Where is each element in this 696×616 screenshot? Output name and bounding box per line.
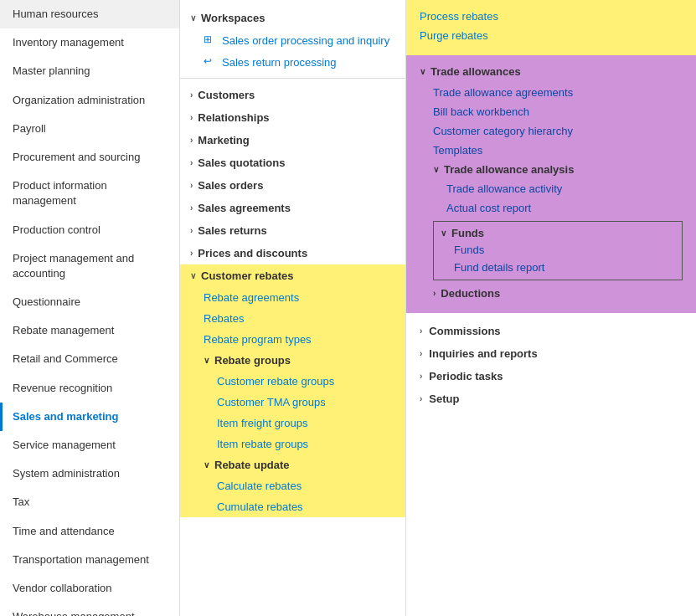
funds-box: ∨FundsFundsFund details report [433,221,683,280]
ta-item-2[interactable]: Customer category hierarchy [420,121,683,141]
sidebar-item-payroll[interactable]: Payroll [0,115,179,143]
sidebar-item-organization-administration[interactable]: Organization administration [0,86,179,115]
deductions-header[interactable]: ›Deductions [420,284,683,303]
sidebar-item-system-administration[interactable]: System administration [0,459,179,488]
workspaces-chevron: ∨ [190,13,196,23]
rebate-groups-header[interactable]: ∨Rebate groups [180,350,405,371]
sidebar-item-project-management-and-accounting[interactable]: Project management and accounting [0,244,179,288]
middle-section-relationships[interactable]: ›Relationships [180,106,405,129]
sidebar-item-warehouse-management[interactable]: Warehouse management [0,603,179,616]
middle-section-sales-orders[interactable]: ›Sales orders [180,174,405,197]
right-section-setup[interactable]: ›Setup [420,388,683,410]
cr-item-2[interactable]: Rebate program types [180,329,405,350]
sidebar-item-human-resources[interactable]: Human resources [0,0,179,28]
right-section-commissions[interactable]: ›Commissions [420,320,683,342]
sidebar-item-tax[interactable]: Tax [0,488,179,516]
funds-item-0[interactable]: Funds [441,241,675,259]
sidebar-item-procurement-and-sourcing[interactable]: Procurement and sourcing [0,143,179,172]
middle-section-sales-returns[interactable]: ›Sales returns [180,219,405,242]
ta-item-1[interactable]: Bill back workbench [420,102,683,121]
rg-item-0[interactable]: Customer rebate groups [180,371,405,392]
workspace-icon-1: ↩ [204,55,217,69]
taa-item-0[interactable]: Trade allowance activity [420,179,683,198]
sidebar-item-revenue-recognition[interactable]: Revenue recognition [0,374,179,403]
trade-allowances-header[interactable]: ∨Trade allowances [420,62,683,83]
process-rebates-item-0[interactable]: Process rebates [420,7,683,26]
cr-item-0[interactable]: Rebate agreements [180,287,405,308]
sidebar-item-vendor-collaboration[interactable]: Vendor collaboration [0,574,179,603]
sidebar-item-sales-and-marketing[interactable]: Sales and marketing [0,403,179,431]
ru-item-0[interactable]: Calculate rebates [180,475,405,496]
right-main: ›Commissions›Inquiries and reports›Perio… [406,313,696,417]
ru-item-1[interactable]: Cumulate rebates [180,496,405,517]
rg-item-3[interactable]: Item rebate groups [180,434,405,454]
sidebar-item-rebate-management[interactable]: Rebate management [0,316,179,345]
workspace-item-0[interactable]: ⊞Sales order processing and inquiry [180,29,405,51]
right-section-inquiries-and-reports[interactable]: ›Inquiries and reports [420,342,683,365]
ta-item-0[interactable]: Trade allowance agreements [420,83,683,102]
middle-section-prices-and-discounts[interactable]: ›Prices and discounts [180,242,405,264]
funds-item-1[interactable]: Fund details report [441,259,675,276]
rebate-update-header[interactable]: ∨Rebate update [180,454,405,475]
workspace-item-1[interactable]: ↩Sales return processing [180,51,405,73]
right-section-periodic-tasks[interactable]: ›Periodic tasks [420,365,683,388]
sidebar-item-questionnaire[interactable]: Questionnaire [0,288,179,316]
funds-header[interactable]: ∨Funds [441,225,675,241]
rg-item-2[interactable]: Item freight groups [180,413,405,434]
sidebar-item-transportation-management[interactable]: Transportation management [0,546,179,574]
workspace-icon-0: ⊞ [204,33,217,47]
taa-item-1[interactable]: Actual cost report [420,198,683,218]
middle-panel: ∨Workspaces⊞Sales order processing and i… [180,0,406,616]
sidebar-item-production-control[interactable]: Production control [0,216,179,244]
sidebar-item-time-and-attendance[interactable]: Time and attendance [0,517,179,546]
separator [180,78,405,79]
cr-item-1[interactable]: Rebates [180,308,405,329]
right-panel: Process rebatesPurge rebates∨Trade allow… [406,0,696,616]
process-rebates-item-1[interactable]: Purge rebates [420,26,683,45]
middle-section-customers[interactable]: ›Customers [180,84,405,106]
sidebar: Human resourcesInventory managementMaste… [0,0,180,616]
ta-item-3[interactable]: Templates [420,141,683,160]
trade-allowance-analysis-header[interactable]: ∨Trade allowance analysis [420,160,683,179]
sidebar-item-service-management[interactable]: Service management [0,431,179,459]
customer-rebates-section: ∨Customer rebatesRebate agreementsRebate… [180,264,405,517]
process-rebates-box: Process rebatesPurge rebates [406,0,696,55]
middle-section-sales-quotations[interactable]: ›Sales quotations [180,151,405,174]
trade-allowances-section: ∨Trade allowancesTrade allowance agreeme… [406,55,696,313]
sidebar-item-inventory-management[interactable]: Inventory management [0,28,179,57]
sidebar-item-retail-and-commerce[interactable]: Retail and Commerce [0,345,179,373]
workspaces-header[interactable]: ∨Workspaces [180,7,405,29]
customer-rebates-header[interactable]: ∨Customer rebates [180,264,405,287]
sidebar-item-product-information-management[interactable]: Product information management [0,172,179,215]
sidebar-item-master-planning[interactable]: Master planning [0,57,179,85]
middle-section-sales-agreements[interactable]: ›Sales agreements [180,197,405,219]
rg-item-1[interactable]: Customer TMA groups [180,392,405,413]
middle-section-marketing[interactable]: ›Marketing [180,129,405,151]
